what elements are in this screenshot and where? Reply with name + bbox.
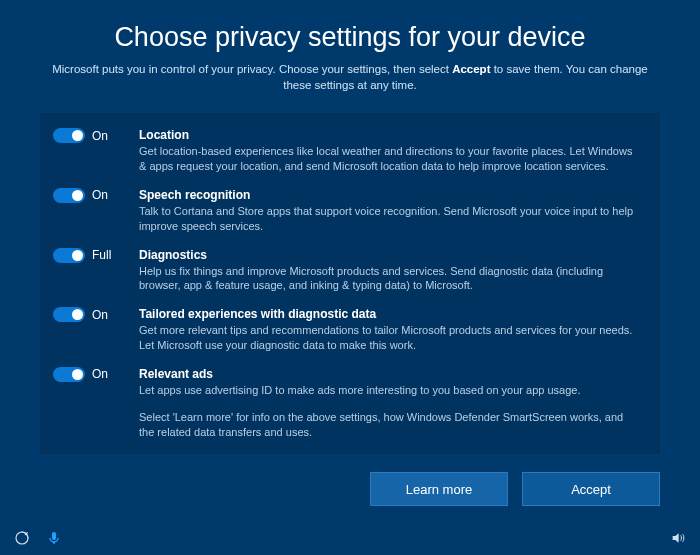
option-location: On Location Get location-based experienc…	[53, 128, 641, 174]
option-ads-desc: Let apps use advertising ID to make ads …	[139, 383, 641, 398]
toggle-speech-state: On	[92, 188, 108, 202]
option-diagnostics-title: Diagnostics	[139, 248, 641, 262]
volume-icon[interactable]	[670, 530, 686, 546]
toggle-tailored[interactable]	[53, 307, 85, 322]
privacy-options-panel: On Location Get location-based experienc…	[40, 113, 660, 454]
option-diagnostics: Full Diagnostics Help us fix things and …	[53, 248, 641, 294]
option-ads: On Relevant ads Let apps use advertising…	[53, 367, 641, 398]
privacy-footnote: Select 'Learn more' for info on the abov…	[139, 410, 641, 440]
cortana-mic-icon[interactable]	[46, 530, 62, 546]
toggle-ads-state: On	[92, 367, 108, 381]
svg-rect-1	[52, 532, 56, 540]
subtitle-accept-word: Accept	[452, 63, 490, 75]
option-speech: On Speech recognition Talk to Cortana an…	[53, 188, 641, 234]
option-speech-title: Speech recognition	[139, 188, 641, 202]
toggle-ads[interactable]	[53, 367, 85, 382]
taskbar	[0, 521, 700, 555]
svg-rect-2	[53, 542, 54, 544]
option-location-title: Location	[139, 128, 641, 142]
page-title: Choose privacy settings for your device	[40, 22, 660, 53]
option-tailored-title: Tailored experiences with diagnostic dat…	[139, 307, 641, 321]
learn-more-button[interactable]: Learn more	[370, 472, 508, 506]
option-location-desc: Get location-based experiences like loca…	[139, 144, 641, 174]
toggle-location-state: On	[92, 129, 108, 143]
toggle-diagnostics[interactable]	[53, 248, 85, 263]
toggle-speech[interactable]	[53, 188, 85, 203]
option-tailored-desc: Get more relevant tips and recommendatio…	[139, 323, 641, 353]
option-tailored: On Tailored experiences with diagnostic …	[53, 307, 641, 353]
accept-button[interactable]: Accept	[522, 472, 660, 506]
page-subtitle: Microsoft puts you in control of your pr…	[45, 61, 655, 93]
toggle-location[interactable]	[53, 128, 85, 143]
button-row: Learn more Accept	[0, 454, 700, 506]
toggle-tailored-state: On	[92, 308, 108, 322]
option-speech-desc: Talk to Cortana and Store apps that supp…	[139, 204, 641, 234]
subtitle-pre: Microsoft puts you in control of your pr…	[52, 63, 452, 75]
option-ads-title: Relevant ads	[139, 367, 641, 381]
ease-of-access-icon[interactable]	[14, 530, 30, 546]
option-diagnostics-desc: Help us fix things and improve Microsoft…	[139, 264, 641, 294]
toggle-diagnostics-state: Full	[92, 248, 111, 262]
